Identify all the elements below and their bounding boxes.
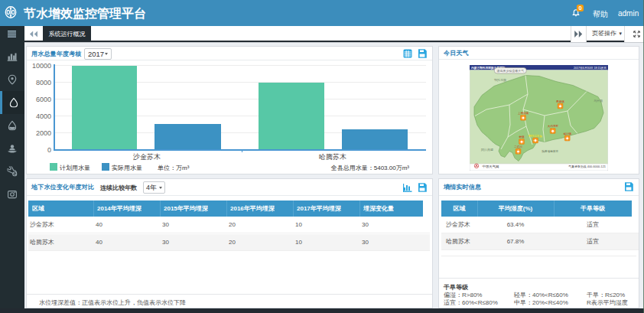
svg-text:阿拉善盟: 阿拉善盟 (481, 148, 493, 152)
svg-text:昂素镇: 昂素镇 (556, 99, 564, 103)
svg-text:请选择乡镇查看天气: 请选择乡镇查看天气 (496, 69, 524, 73)
svg-text:二道川: 二道川 (514, 145, 522, 148)
svg-text:陕西省榆林市: 陕西省榆林市 (542, 149, 559, 153)
svg-text:大沟湾村: 大沟湾村 (548, 125, 559, 128)
svg-text:鄂托克前旗: 鄂托克前旗 (529, 133, 542, 137)
svg-text:城川镇: 城川镇 (562, 132, 571, 135)
svg-text:2017年6月30日 18:15发布: 2017年6月30日 18:15发布 (574, 66, 607, 70)
svg-text:中国天气网: 中国天气网 (483, 165, 499, 168)
svg-text:乌审旗: 乌审旗 (594, 98, 603, 102)
svg-text:上海庙镇: 上海庙镇 (518, 112, 529, 115)
svg-text:敖镇: 敖镇 (519, 135, 525, 139)
svg-text:气象服务热线 400-6000-121: 气象服务热线 400-6000-121 (568, 165, 606, 168)
svg-text:鄂托克旗: 鄂托克旗 (494, 78, 506, 82)
